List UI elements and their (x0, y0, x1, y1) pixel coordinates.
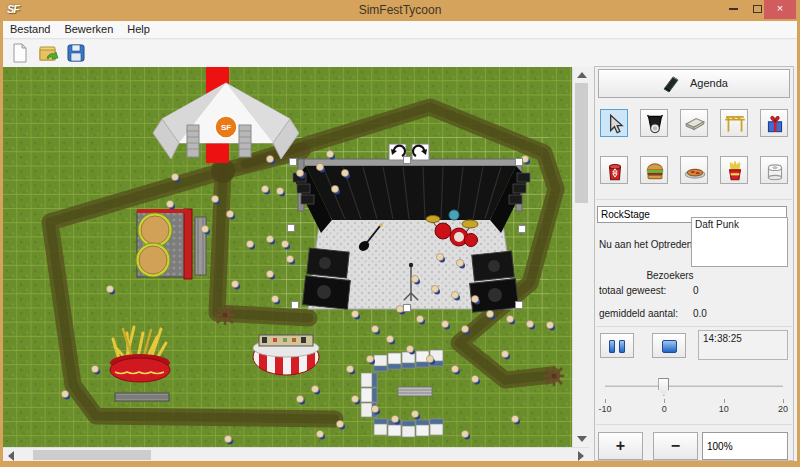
open-file-button[interactable] (37, 42, 61, 65)
tool-toilet[interactable] (760, 156, 788, 184)
drink-stand[interactable] (253, 335, 319, 375)
main-toolbar (3, 40, 797, 67)
stop-button[interactable] (652, 333, 686, 358)
minimize-button[interactable] (720, 0, 746, 19)
main-stage[interactable] (293, 159, 530, 312)
tool-select-cursor[interactable] (600, 109, 628, 137)
zoom-out-button[interactable]: − (653, 432, 698, 460)
tool-burger-stand[interactable] (640, 156, 668, 184)
selection-handle (290, 159, 297, 166)
avg-visitors-value: 0.0 (693, 308, 707, 319)
gift-icon (763, 112, 787, 136)
slider-tick-label: -10 (598, 404, 611, 414)
total-visitors-label: totaal geweest: (599, 285, 666, 296)
slider-tick-label: 10 (719, 404, 729, 414)
close-button[interactable]: × (764, 0, 796, 19)
tool-trash-can[interactable] (600, 156, 628, 184)
separator (596, 199, 792, 200)
now-playing-item[interactable]: Daft Punk (695, 219, 784, 230)
svg-text:SF: SF (221, 123, 231, 132)
slider-tick-label: 0 (662, 404, 667, 414)
scroll-down-icon (577, 436, 587, 442)
selection-handle (404, 157, 411, 164)
zoom-in-button[interactable]: + (598, 432, 643, 460)
now-playing-label: Nu aan het Optreden: (599, 239, 695, 250)
total-visitors-value: 0 (693, 285, 699, 296)
save-icon (65, 42, 87, 64)
minimize-icon (729, 8, 738, 10)
cursor-icon (603, 112, 627, 136)
slider-track[interactable] (605, 385, 783, 387)
now-playing-list[interactable]: Daft Punk (691, 217, 788, 267)
tool-pizza-stand[interactable] (680, 156, 708, 184)
save-file-button[interactable] (65, 42, 89, 65)
horizontal-scroll-thumb[interactable] (33, 450, 151, 460)
toilet-roll-icon (763, 159, 787, 183)
menu-help[interactable]: Help (120, 21, 157, 35)
fries-icon (723, 159, 747, 183)
tool-stage-floor[interactable] (680, 109, 708, 137)
vertical-scroll-thumb[interactable] (575, 83, 588, 203)
trash-icon (603, 159, 627, 183)
app-window: SF SimFestTycoon × BestandBewerkenHelp (0, 0, 800, 467)
scroll-up-icon (577, 72, 587, 78)
control-panel: Agenda (594, 66, 794, 461)
new-file-button[interactable] (9, 42, 33, 65)
separator (596, 424, 792, 425)
maximize-icon (753, 5, 762, 13)
selection-handle (292, 302, 299, 309)
pause-icon (609, 340, 615, 353)
map-vertical-scrollbar[interactable] (572, 67, 589, 447)
dead-tree (215, 305, 235, 325)
menu-bestand[interactable]: Bestand (3, 21, 57, 35)
burger-stand[interactable] (136, 209, 206, 279)
separator (596, 326, 792, 327)
avg-visitors-label: gemiddeld aantal: (599, 308, 678, 319)
stop-icon (662, 340, 677, 353)
speed-slider[interactable]: -1001020 (605, 377, 783, 417)
pause-button[interactable] (600, 333, 634, 358)
burger-icon (643, 159, 667, 183)
slider-tick-label: 20 (778, 404, 788, 414)
window-title: SimFestTycoon (0, 3, 800, 17)
scroll-left-icon (8, 451, 14, 461)
tool-stage-light[interactable] (640, 109, 668, 137)
menu-bar: BestandBewerkenHelp (3, 21, 797, 39)
selection-handle (404, 305, 411, 312)
clock-display: 14:38:25 (698, 330, 788, 360)
spotlight-icon (643, 112, 667, 136)
tool-fries-stand[interactable] (720, 156, 748, 184)
floor-panel-icon (683, 112, 707, 136)
agenda-label: Agenda (690, 77, 728, 89)
truss-icon (723, 112, 747, 136)
selection-handle (519, 226, 526, 233)
agenda-book-icon (660, 75, 680, 93)
client-area: BestandBewerkenHelp (3, 21, 797, 461)
scroll-right-icon (578, 451, 584, 461)
selection-handle (516, 302, 523, 309)
open-folder-icon (37, 42, 59, 64)
tool-gift-shop[interactable] (760, 109, 788, 137)
title-bar: SF SimFestTycoon × (0, 0, 800, 21)
selection-handle (288, 225, 295, 232)
map-horizontal-scrollbar[interactable] (3, 447, 589, 461)
slider-thumb[interactable] (658, 378, 669, 396)
pizza-icon (683, 159, 707, 183)
rotate-right-button[interactable] (412, 144, 429, 160)
dead-tree (544, 366, 564, 386)
tool-stage-truss[interactable] (720, 109, 748, 137)
new-file-icon (9, 42, 31, 64)
festival-map[interactable]: SF (3, 67, 572, 447)
menu-bewerken[interactable]: Bewerken (57, 21, 120, 35)
visitors-header: Bezoekers (595, 270, 745, 281)
zoom-level-input[interactable] (702, 432, 788, 460)
agenda-button[interactable]: Agenda (598, 69, 790, 98)
selection-handle (516, 159, 523, 166)
